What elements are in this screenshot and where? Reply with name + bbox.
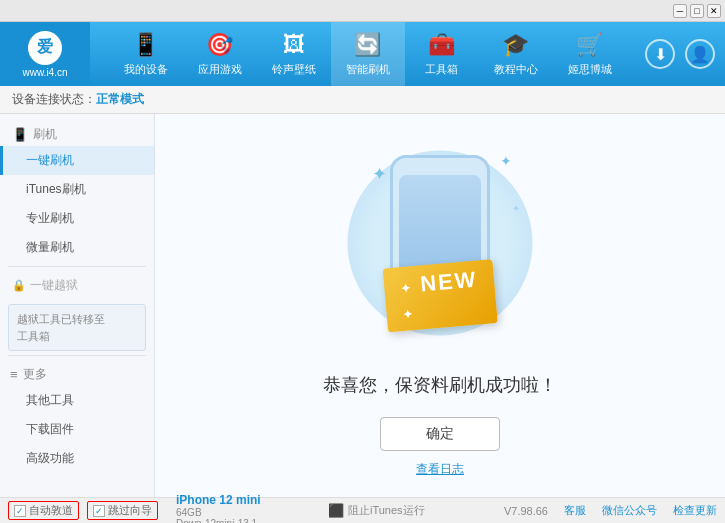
- sparkle-right-top: ✦: [500, 153, 512, 169]
- sidebar-item-one-click[interactable]: 一键刷机: [0, 146, 154, 175]
- ringtone-icon: 🖼: [283, 32, 305, 58]
- checkbox-auto-box[interactable]: ✓: [14, 505, 26, 517]
- new-badge-star-right: ✦: [402, 307, 415, 322]
- tutorial-icon: 🎓: [502, 32, 529, 58]
- customer-service-link[interactable]: 客服: [564, 503, 586, 518]
- nav-my-device[interactable]: 📱 我的设备: [109, 22, 183, 86]
- logo-icon: 爱: [28, 31, 62, 65]
- user-btn[interactable]: 👤: [685, 39, 715, 69]
- sidebar-item-download-fw[interactable]: 下载固件: [0, 415, 154, 444]
- stop-icon: ⬛: [328, 503, 344, 518]
- sidebar-item-micro-flash[interactable]: 微量刷机: [0, 233, 154, 262]
- success-text: 恭喜您，保资料刷机成功啦！: [323, 373, 557, 397]
- title-bar: ─ □ ✕: [0, 0, 725, 22]
- nav-right: ⬇ 👤: [645, 39, 725, 69]
- sidebar-item-itunes[interactable]: iTunes刷机: [0, 175, 154, 204]
- close-btn[interactable]: ✕: [707, 4, 721, 18]
- checkbox-auto-label: 自动敦道: [29, 503, 73, 518]
- sidebar-jailbreak-note: 越狱工具已转移至工具箱: [8, 304, 146, 351]
- lock-icon: 🔒: [12, 279, 26, 292]
- download-btn[interactable]: ⬇: [645, 39, 675, 69]
- device-storage: 64GB: [176, 507, 261, 518]
- minimize-btn[interactable]: ─: [673, 4, 687, 18]
- content-area: ✦ ✦ ✦ ✦ NEW ✦ 恭喜您，保资料刷机成功啦！ 确定 查看日志: [155, 114, 725, 497]
- sidebar-lock-jailbreak: 🔒 一键越狱: [0, 271, 154, 300]
- confirm-button[interactable]: 确定: [380, 417, 500, 451]
- shop-icon: 🛒: [576, 32, 603, 58]
- checkbox-auto[interactable]: ✓ 自动敦道: [8, 501, 79, 520]
- new-badge: ✦ NEW ✦: [383, 259, 498, 332]
- flash-section-icon: 📱: [12, 127, 28, 142]
- nav-app-game[interactable]: 🎯 应用游戏: [183, 22, 257, 86]
- sidebar-divider-2: [8, 355, 146, 356]
- nav-smart-flash[interactable]: 🔄 智能刷机: [331, 22, 405, 86]
- my-device-icon: 📱: [132, 32, 159, 58]
- sidebar-item-advanced[interactable]: 高级功能: [0, 444, 154, 473]
- nav-toolbox[interactable]: 🧰 工具箱: [405, 22, 479, 86]
- more-section-icon: ≡: [10, 367, 18, 382]
- sidebar-divider-1: [8, 266, 146, 267]
- sparkle-right-mid: ✦: [512, 203, 520, 214]
- smart-flash-icon: 🔄: [354, 32, 381, 58]
- checkbox-skip-label: 跳过向导: [108, 503, 152, 518]
- wechat-link[interactable]: 微信公众号: [602, 503, 657, 518]
- nav-ringtone[interactable]: 🖼 铃声壁纸: [257, 22, 331, 86]
- new-badge-star-left: ✦: [400, 281, 413, 296]
- stop-label: 阻止iTunes运行: [348, 503, 425, 518]
- main-layout: 📱 刷机 一键刷机 iTunes刷机 专业刷机 微量刷机 🔒 一键越狱 越狱工具…: [0, 114, 725, 497]
- check-update-link[interactable]: 检查更新: [673, 503, 717, 518]
- illustration: ✦ ✦ ✦ ✦ NEW ✦: [330, 133, 550, 353]
- logo[interactable]: 爱 www.i4.cn: [0, 22, 90, 86]
- logo-site: www.i4.cn: [22, 67, 67, 78]
- log-link[interactable]: 查看日志: [416, 461, 464, 478]
- device-model: Down-12mini-13,1: [176, 518, 261, 524]
- toolbox-icon: 🧰: [428, 32, 455, 58]
- nav-items: 📱 我的设备 🎯 应用游戏 🖼 铃声壁纸 🔄 智能刷机 🧰 工具箱 🎓 教程中心…: [90, 22, 645, 86]
- sidebar-section-more: ≡ 更多: [0, 360, 154, 386]
- sidebar-section-flash-label: 刷机: [33, 126, 57, 143]
- sidebar-item-other-tools[interactable]: 其他工具: [0, 386, 154, 415]
- app-game-icon: 🎯: [206, 32, 233, 58]
- bottom-bar: ✓ 自动敦道 ✓ 跳过向导 iPhone 12 mini 64GB Down-1…: [0, 497, 725, 523]
- sparkle-left: ✦: [372, 163, 387, 185]
- checkbox-skip[interactable]: ✓ 跳过向导: [87, 501, 158, 520]
- sidebar: 📱 刷机 一键刷机 iTunes刷机 专业刷机 微量刷机 🔒 一键越狱 越狱工具…: [0, 114, 155, 497]
- header: 爱 www.i4.cn 📱 我的设备 🎯 应用游戏 🖼 铃声壁纸 🔄 智能刷机 …: [0, 22, 725, 86]
- bottom-right: V7.98.66 客服 微信公众号 检查更新: [504, 503, 717, 518]
- bottom-stop[interactable]: ⬛ 阻止iTunes运行: [328, 503, 425, 518]
- checkbox-skip-box[interactable]: ✓: [93, 505, 105, 517]
- nav-shop[interactable]: 🛒 姬思博城: [553, 22, 627, 86]
- nav-tutorial[interactable]: 🎓 教程中心: [479, 22, 553, 86]
- maximize-btn[interactable]: □: [690, 4, 704, 18]
- version-label: V7.98.66: [504, 505, 548, 517]
- sidebar-item-pro-flash[interactable]: 专业刷机: [0, 204, 154, 233]
- device-info: iPhone 12 mini 64GB Down-12mini-13,1: [176, 493, 261, 524]
- status-prefix: 设备连接状态：: [12, 91, 96, 108]
- bottom-left: ✓ 自动敦道 ✓ 跳过向导 iPhone 12 mini 64GB Down-1…: [8, 493, 328, 524]
- device-name: iPhone 12 mini: [176, 493, 261, 507]
- status-bar: 设备连接状态： 正常模式: [0, 86, 725, 114]
- sidebar-section-flash: 📱 刷机: [0, 120, 154, 146]
- status-value: 正常模式: [96, 91, 144, 108]
